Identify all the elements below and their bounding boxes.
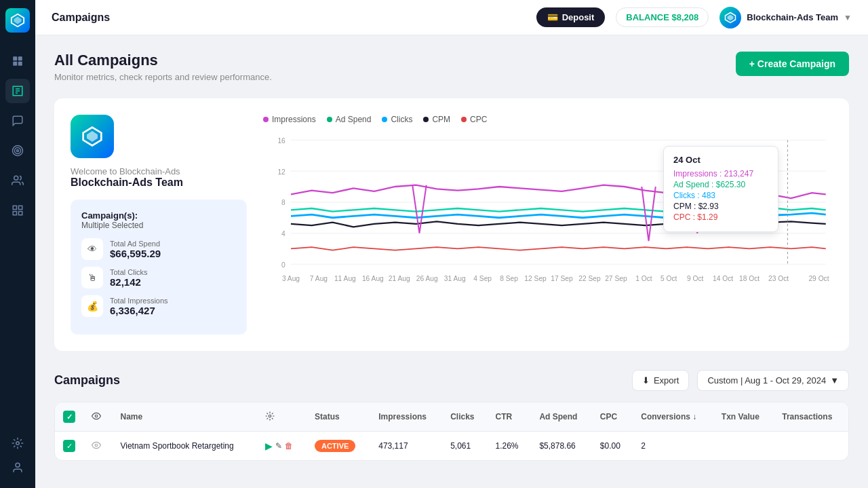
row-txnvalue (713, 432, 774, 461)
row-visibility[interactable] (83, 432, 112, 461)
svg-rect-2 (13, 56, 17, 60)
page-header: All Campaigns Monitor metrics, check rep… (54, 52, 849, 82)
legend-cpm: CPM (423, 115, 450, 124)
row-checkbox[interactable]: ✓ (55, 432, 83, 461)
team-selector[interactable]: Blockchain-Ads Team ▼ (719, 7, 852, 29)
conversions-sort-icon: ↓ (692, 412, 696, 421)
sidebar-item-chat[interactable] (5, 109, 30, 133)
deposit-button[interactable]: 💳 Deposit (536, 7, 606, 27)
impressions-label: Total Impressions (110, 297, 168, 305)
total-ad-spend-row: 👁 Total Ad Spend $66,595.29 (81, 238, 236, 260)
header-conversions: Conversions ↓ (633, 402, 713, 432)
svg-text:8 Sep: 8 Sep (500, 274, 518, 283)
svg-rect-13 (19, 212, 22, 215)
select-all-checkbox[interactable]: ✓ (63, 411, 75, 423)
svg-text:12 Sep: 12 Sep (524, 274, 546, 283)
chart-container: 16 12 8 4 0 (263, 132, 833, 295)
page-content: All Campaigns Monitor metrics, check rep… (35, 35, 868, 477)
sidebar-item-grid[interactable] (5, 198, 30, 223)
svg-text:4 Sep: 4 Sep (473, 274, 492, 283)
svg-text:7 Aug: 7 Aug (310, 274, 328, 283)
sidebar-item-users[interactable] (5, 168, 30, 193)
row-transactions (774, 432, 848, 461)
svg-point-51 (95, 415, 98, 417)
legend-impressions: Impressions (263, 115, 316, 124)
svg-point-14 (16, 442, 20, 445)
svg-text:29 Oct: 29 Oct (808, 274, 829, 283)
chevron-date-icon: ▼ (830, 375, 839, 386)
impressions-icon: 💰 (81, 295, 103, 317)
row-cpc: $0.00 (592, 432, 633, 461)
export-button[interactable]: ⬇ Export (632, 370, 690, 391)
welcome-logo (71, 115, 114, 158)
svg-text:9 Oct: 9 Oct (687, 274, 703, 283)
create-campaign-button[interactable]: + Create Campaign (736, 52, 849, 76)
welcome-text: Welcome to Blockchain-Ads (71, 166, 247, 176)
svg-text:18 Oct: 18 Oct (739, 274, 760, 283)
table-row: ✓ Vietnam Sportbook Retargeting ▶ ✎ 🗑 (55, 432, 848, 461)
svg-marker-1 (14, 17, 22, 24)
svg-marker-19 (87, 131, 98, 142)
svg-rect-3 (18, 56, 22, 60)
team-name: Blockchain-Ads Team (747, 12, 838, 22)
tooltip-cpc: CPC : $1.29 (673, 212, 768, 222)
chart-area: Impressions Ad Spend Clicks CPM (263, 115, 833, 335)
balance-badge: BALANCE $8,208 (616, 7, 709, 27)
svg-text:5 Oct: 5 Oct (660, 274, 677, 283)
svg-text:1 Oct: 1 Oct (635, 274, 652, 283)
page-header-text: All Campaigns Monitor metrics, check rep… (54, 52, 272, 82)
sidebar-item-profile[interactable] (5, 455, 30, 480)
adspend-dot (327, 117, 332, 122)
svg-text:11 Aug: 11 Aug (334, 274, 356, 283)
sidebar-item-home[interactable] (5, 49, 30, 73)
svg-text:22 Sep: 22 Sep (578, 274, 600, 283)
header-status: Status (307, 402, 370, 432)
team-avatar (719, 7, 741, 29)
svg-text:31 Aug: 31 Aug (444, 274, 466, 283)
ad-spend-icon: 👁 (81, 238, 103, 260)
delete-icon[interactable]: 🗑 (285, 441, 293, 451)
header-cpc: CPC (592, 402, 633, 432)
header-checkbox[interactable]: ✓ (55, 402, 83, 432)
chart-legend: Impressions Ad Spend Clicks CPM (263, 115, 833, 124)
header-ctr: CTR (488, 402, 532, 432)
welcome-panel: Welcome to Blockchain-Ads Blockchain-Ads… (71, 115, 247, 335)
row-name: Vietnam Sportbook Retargeting (112, 432, 257, 461)
sidebar-item-campaigns[interactable] (5, 79, 30, 103)
header-clicks: Clicks (442, 402, 487, 432)
svg-text:16: 16 (277, 136, 285, 145)
sidebar-item-settings[interactable] (5, 431, 30, 455)
campaigns-section: Campaigns ⬇ Export Custom | Aug 1 - Oct … (54, 370, 849, 461)
row-select[interactable]: ✓ (63, 440, 75, 452)
row-actions[interactable]: ▶ ✎ 🗑 (257, 432, 307, 461)
overview-card: Welcome to Blockchain-Ads Blockchain-Ads… (54, 98, 849, 351)
sidebar-item-targeting[interactable] (5, 138, 30, 163)
date-range-button[interactable]: Custom | Aug 1 - Oct 29, 2024 ▼ (697, 370, 849, 391)
header-transactions: Transactions (774, 402, 848, 432)
svg-text:4: 4 (281, 229, 285, 238)
topbar-title: Campaigns (52, 12, 526, 24)
cpm-legend-label: CPM (432, 115, 450, 124)
campaigns-section-title: Campaigns (54, 373, 120, 388)
total-impressions-row: 💰 Total Impressions 6,336,427 (81, 295, 236, 317)
row-adspend: $5,878.66 (531, 432, 591, 461)
campaigns-label: Campaign(s): (81, 210, 236, 221)
impressions-legend-label: Impressions (272, 115, 316, 124)
main-content: Campaigns 💳 Deposit BALANCE $8,208 Block… (35, 0, 868, 488)
campaigns-actions: ⬇ Export Custom | Aug 1 - Oct 29, 2024 ▼ (632, 370, 849, 391)
ad-spend-value: $66,595.29 (110, 248, 161, 259)
header-impressions: Impressions (370, 402, 442, 432)
edit-icon[interactable]: ✎ (275, 441, 282, 451)
row-ctr: 1.26% (488, 432, 532, 461)
clicks-icon: 🖱 (81, 267, 103, 288)
table-header-row: ✓ Name Status Impressions Clicks (55, 402, 848, 432)
app-logo[interactable] (5, 8, 30, 33)
play-icon[interactable]: ▶ (265, 440, 273, 451)
svg-rect-12 (13, 212, 16, 215)
header-name: Name (112, 402, 257, 432)
svg-point-7 (15, 148, 21, 154)
chart-tooltip: 24 Oct Impressions : 213,247 Ad Spend : … (663, 146, 778, 232)
svg-rect-11 (19, 206, 22, 209)
topbar: Campaigns 💳 Deposit BALANCE $8,208 Block… (35, 0, 868, 35)
row-conversions: 2 (633, 432, 713, 461)
